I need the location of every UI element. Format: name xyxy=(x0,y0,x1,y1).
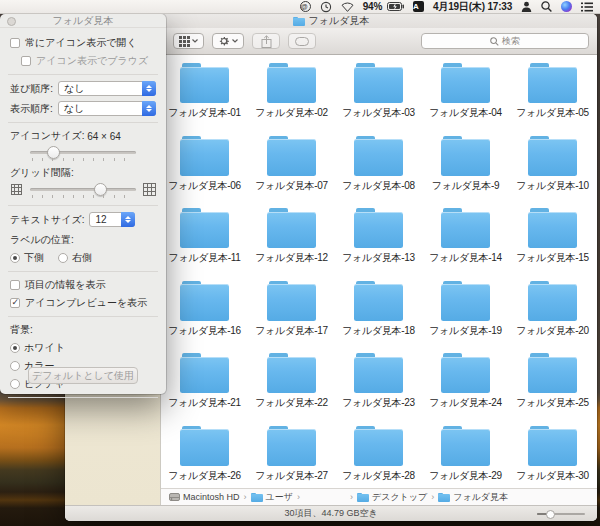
folder-item[interactable]: フォルダ見本-18 xyxy=(335,276,422,349)
folder-item[interactable]: フォルダ見本-20 xyxy=(509,276,596,349)
text-size-select[interactable]: 12 xyxy=(89,212,135,227)
folder-icon[interactable] xyxy=(528,426,577,466)
folder-item[interactable]: フォルダ見本-21 xyxy=(161,348,248,421)
folder-icon[interactable] xyxy=(267,426,316,466)
folder-item[interactable]: フォルダ見本-02 xyxy=(248,58,335,131)
folder-item[interactable]: フォルダ見本-12 xyxy=(248,203,335,276)
folder-icon[interactable] xyxy=(441,208,490,248)
folder-item[interactable]: フォルダ見本-08 xyxy=(335,131,422,204)
folder-item[interactable]: フォルダ見本-15 xyxy=(509,203,596,276)
folder-icon[interactable] xyxy=(528,136,577,176)
folder-item[interactable]: フォルダ見本-9 xyxy=(422,131,509,204)
folder-item[interactable]: フォルダ見本-22 xyxy=(248,348,335,421)
folder-icon[interactable] xyxy=(267,353,316,393)
folder-item[interactable]: フォルダ見本-11 xyxy=(161,203,248,276)
folder-icon[interactable] xyxy=(180,281,229,321)
notification-center-icon[interactable] xyxy=(581,2,593,12)
folder-icon[interactable] xyxy=(180,208,229,248)
folder-item[interactable]: フォルダ見本-01 xyxy=(161,58,248,131)
path-bar-item[interactable]: Macintosh HD xyxy=(169,492,240,502)
input-source-icon[interactable]: A xyxy=(413,1,424,12)
folder-icon[interactable] xyxy=(441,136,490,176)
share-button[interactable] xyxy=(252,33,280,49)
background-picture-radio[interactable] xyxy=(10,379,20,389)
radio-bottom[interactable] xyxy=(10,253,20,263)
time-machine-icon[interactable] xyxy=(320,1,332,13)
folder-icon[interactable] xyxy=(441,281,490,321)
label-position-right-option[interactable]: 右側 xyxy=(58,251,92,265)
folder-icon[interactable] xyxy=(267,208,316,248)
menu-bar-clock[interactable]: 4月19日(木) 17:33 xyxy=(433,0,512,14)
folder-icon[interactable] xyxy=(528,281,577,321)
background-white-radio[interactable] xyxy=(10,343,20,353)
always-open-icon-view-checkbox[interactable] xyxy=(10,38,20,48)
folder-item[interactable]: フォルダ見本-29 xyxy=(422,421,509,489)
search-input[interactable]: 検索 xyxy=(421,33,589,49)
icon-size-slider[interactable] xyxy=(10,146,156,162)
folder-icon[interactable] xyxy=(180,136,229,176)
folder-icon[interactable] xyxy=(180,426,229,466)
folder-item[interactable]: フォルダ見本-07 xyxy=(248,131,335,204)
arrange-button[interactable] xyxy=(173,33,204,49)
folder-item[interactable]: フォルダ見本-17 xyxy=(248,276,335,349)
close-button[interactable] xyxy=(7,17,16,26)
folder-item[interactable]: フォルダ見本-10 xyxy=(509,131,596,204)
folder-item[interactable]: フォルダ見本-16 xyxy=(161,276,248,349)
battery-charging-icon[interactable] xyxy=(387,2,404,11)
path-bar-item[interactable]: ユーザ xyxy=(251,491,293,504)
folder-icon[interactable] xyxy=(354,426,403,466)
show-icon-preview-checkbox[interactable] xyxy=(10,298,20,308)
panel-title-bar[interactable]: フォルダ見本 xyxy=(0,14,166,28)
action-button[interactable] xyxy=(212,33,244,49)
wifi-icon[interactable] xyxy=(341,2,354,12)
folder-item[interactable]: フォルダ見本-27 xyxy=(248,421,335,489)
grid-spacing-slider[interactable] xyxy=(10,183,156,199)
folder-item[interactable]: フォルダ見本-25 xyxy=(509,348,596,421)
background-color-radio[interactable] xyxy=(10,361,20,371)
folder-icon[interactable] xyxy=(180,63,229,103)
zoom-slider-thumb[interactable] xyxy=(546,510,555,519)
folder-item[interactable]: フォルダ見本-28 xyxy=(335,421,422,489)
folder-item[interactable]: フォルダ見本-04 xyxy=(422,58,509,131)
folder-icon[interactable] xyxy=(528,353,577,393)
folder-item[interactable]: フォルダ見本-23 xyxy=(335,348,422,421)
folder-icon[interactable] xyxy=(528,208,577,248)
path-bar-item[interactable]: フォルダ見本 xyxy=(438,491,508,504)
use-as-defaults-button[interactable]: デフォルトとして使用 xyxy=(28,367,138,384)
folder-icon[interactable] xyxy=(441,353,490,393)
folder-item[interactable]: フォルダ見本-24 xyxy=(422,348,509,421)
folder-icon[interactable] xyxy=(354,281,403,321)
user-icon[interactable] xyxy=(521,1,532,12)
folder-item[interactable]: フォルダ見本-26 xyxy=(161,421,248,489)
folder-item[interactable]: フォルダ見本-14 xyxy=(422,203,509,276)
folder-icon[interactable] xyxy=(354,353,403,393)
folder-item[interactable]: フォルダ見本-05 xyxy=(509,58,596,131)
sort-order-select[interactable]: なし xyxy=(58,81,156,96)
folder-icon[interactable] xyxy=(528,63,577,103)
folder-item[interactable]: フォルダ見本-06 xyxy=(161,131,248,204)
folder-item[interactable]: フォルダ見本-03 xyxy=(335,58,422,131)
label-position-bottom-option[interactable]: 下側 xyxy=(10,251,44,265)
spotlight-icon[interactable] xyxy=(541,1,552,12)
folder-icon[interactable] xyxy=(267,281,316,321)
folder-icon[interactable] xyxy=(441,63,490,103)
folder-icon[interactable] xyxy=(180,353,229,393)
folder-item[interactable]: フォルダ見本-30 xyxy=(509,421,596,489)
folder-icon[interactable] xyxy=(267,63,316,103)
radio-right[interactable] xyxy=(58,253,68,263)
folder-icon[interactable] xyxy=(267,136,316,176)
icon-zoom-slider[interactable] xyxy=(537,513,585,515)
folder-icon[interactable] xyxy=(441,426,490,466)
folder-icon[interactable] xyxy=(354,63,403,103)
show-item-info-checkbox[interactable] xyxy=(10,280,20,290)
browse-icon-view-checkbox[interactable] xyxy=(21,56,31,66)
siri-icon[interactable] xyxy=(561,1,572,12)
folder-icon[interactable] xyxy=(354,208,403,248)
tag-button[interactable] xyxy=(288,33,316,49)
folder-item[interactable]: フォルダ見本-13 xyxy=(335,203,422,276)
at-circle-icon[interactable]: @ xyxy=(300,1,311,12)
path-bar-item[interactable]: デスクトップ xyxy=(357,491,427,504)
folder-item[interactable]: フォルダ見本-19 xyxy=(422,276,509,349)
folder-icon[interactable] xyxy=(354,136,403,176)
display-order-select[interactable]: なし xyxy=(58,101,156,116)
